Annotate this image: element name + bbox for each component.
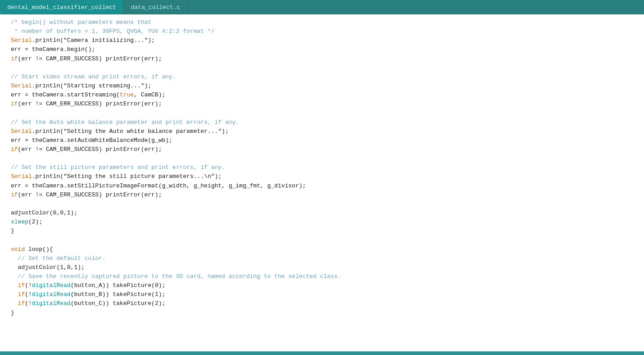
code-line: } (0, 227, 644, 236)
code-line: err = theCamera.setStillPictureImageForm… (0, 182, 644, 191)
code-line: if(err != CAM_ERR_SUCCESS) printError(er… (0, 55, 644, 64)
code-line (0, 64, 644, 73)
code-line: adjustColor(1,0,1); (0, 263, 644, 272)
code-line: Serial.println("Starting streaming..."); (0, 82, 644, 91)
code-line: sleep(2); (0, 218, 644, 227)
code-line: Serial.println("Setting the still pictur… (0, 172, 644, 181)
code-line: if(err != CAM_ERR_SUCCESS) printError(er… (0, 100, 644, 109)
code-line: err = theCamera.setAutoWhiteBalanceMode(… (0, 136, 644, 145)
code-line: } (0, 309, 644, 318)
code-line: void loop(){ (0, 245, 644, 254)
code-line: err = theCamera.begin(); (0, 45, 644, 54)
code-line (0, 236, 644, 245)
code-line: // Start video stream and print errors, … (0, 73, 644, 82)
code-line: // Set the still picture parameters and … (0, 163, 644, 172)
code-line: * number of buffers = 1, 30FPS, QVGA, YU… (0, 27, 644, 36)
bottom-bar (0, 351, 644, 355)
code-line (0, 200, 644, 209)
code-line: if(!digitalRead(button_B)) takePicture(1… (0, 290, 644, 299)
tab-data-collect[interactable]: data_collect.c (124, 0, 188, 14)
code-area[interactable]: /* begin() without parameters means that… (0, 14, 644, 351)
code-line: // Set the default color. (0, 254, 644, 263)
code-line: Serial.println("Camera initializing...")… (0, 36, 644, 45)
code-line: if(!digitalRead(button_C)) takePicture(2… (0, 299, 644, 308)
code-line: /* begin() without parameters means that (0, 18, 644, 27)
code-line: err = theCamera.startStreaming(true, Cam… (0, 91, 644, 100)
code-line: adjustColor(0,0,1); (0, 209, 644, 218)
code-line: if(!digitalRead(button_A)) takePicture(0… (0, 281, 644, 290)
code-line (0, 109, 644, 118)
code-line (0, 154, 644, 163)
code-line: if(err != CAM_ERR_SUCCESS) printError(er… (0, 145, 644, 154)
code-line: // Save the recently captured picture to… (0, 272, 644, 281)
code-line: if(err != CAM_ERR_SUCCESS) printError(er… (0, 191, 644, 200)
tab-dental-classifier[interactable]: dental_model_classifier_collect (0, 0, 124, 14)
code-line: Serial.println("Setting the Auto white b… (0, 127, 644, 136)
code-line: // Set the Auto white balance parameter … (0, 118, 644, 127)
tab-bar: dental_model_classifier_collect data_col… (0, 0, 644, 14)
